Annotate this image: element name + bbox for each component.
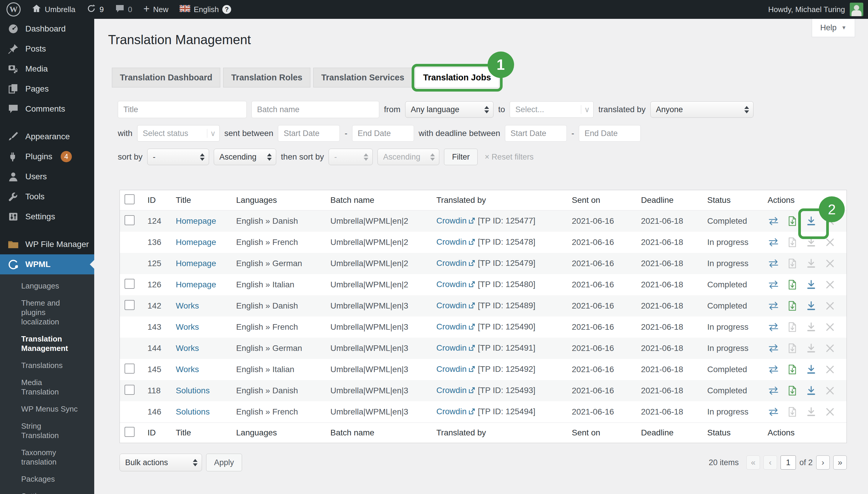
sidebar-item-appearance[interactable]: Appearance bbox=[0, 127, 94, 147]
export-xliff-icon[interactable] bbox=[787, 343, 798, 354]
sidebar-item-wp-file-manager[interactable]: WP File Manager bbox=[0, 234, 94, 254]
submenu-item-theme-and-plugins-localization[interactable]: Theme and plugins localization bbox=[0, 294, 88, 330]
sidebar-item-dashboard[interactable]: Dashboard bbox=[0, 19, 94, 39]
first-page-button[interactable]: « bbox=[747, 455, 760, 470]
current-page-input[interactable] bbox=[780, 455, 796, 470]
batch-name-filter-input[interactable] bbox=[251, 101, 379, 118]
job-title-link[interactable]: Works bbox=[176, 301, 199, 310]
cancel-job-icon[interactable] bbox=[825, 258, 835, 269]
cancel-job-icon[interactable] bbox=[825, 322, 835, 332]
job-title-link[interactable]: Works bbox=[176, 344, 199, 353]
row-checkbox[interactable] bbox=[125, 364, 135, 374]
sidebar-item-pages[interactable]: Pages bbox=[0, 79, 94, 99]
cancel-job-icon[interactable] bbox=[825, 343, 835, 354]
language-switcher[interactable]: English ? bbox=[180, 5, 231, 14]
order-primary-select[interactable]: Ascending bbox=[214, 149, 276, 165]
sent-end-date-input[interactable] bbox=[352, 125, 414, 141]
sent-start-date-input[interactable] bbox=[278, 125, 340, 141]
apply-button[interactable]: Apply bbox=[206, 454, 242, 471]
sync-translation-icon[interactable] bbox=[768, 406, 779, 417]
job-title-link[interactable]: Solutions bbox=[176, 386, 210, 395]
updates-menu[interactable]: 9 bbox=[87, 4, 103, 15]
translator-link[interactable]: Crowdin bbox=[436, 343, 467, 353]
row-checkbox[interactable] bbox=[125, 279, 135, 289]
from-language-select[interactable]: Any language bbox=[405, 101, 493, 118]
site-name-menu[interactable]: Umbrella bbox=[32, 4, 75, 15]
sidebar-item-settings[interactable]: Settings bbox=[0, 207, 94, 227]
sort-secondary-select[interactable]: - bbox=[328, 149, 373, 165]
download-translation-icon[interactable] bbox=[806, 364, 816, 375]
download-translation-icon[interactable] bbox=[806, 385, 816, 396]
title-filter-input[interactable] bbox=[118, 101, 247, 118]
sync-translation-icon[interactable] bbox=[768, 343, 779, 354]
download-translation-icon[interactable] bbox=[806, 406, 816, 417]
new-content-menu[interactable]: + New bbox=[144, 5, 168, 14]
cancel-job-icon[interactable] bbox=[825, 364, 835, 375]
howdy-label[interactable]: Howdy, Michael Turing bbox=[768, 5, 845, 14]
job-title-link[interactable]: Works bbox=[176, 322, 199, 331]
next-page-button[interactable]: › bbox=[816, 455, 830, 470]
cancel-job-icon[interactable] bbox=[825, 385, 835, 396]
sync-translation-icon[interactable] bbox=[768, 322, 779, 332]
select-all-checkbox[interactable] bbox=[125, 427, 135, 437]
sync-translation-icon[interactable] bbox=[768, 385, 779, 396]
job-title-link[interactable]: Homepage bbox=[176, 259, 216, 268]
export-xliff-icon[interactable] bbox=[787, 406, 798, 417]
row-checkbox[interactable] bbox=[125, 300, 135, 310]
submenu-item-media-translation[interactable]: Media Translation bbox=[0, 374, 88, 400]
sidebar-item-posts[interactable]: Posts bbox=[0, 39, 94, 59]
wordpress-logo-menu[interactable]: W bbox=[6, 2, 21, 17]
submenu-item-packages[interactable]: Packages bbox=[0, 471, 88, 488]
export-xliff-icon[interactable] bbox=[787, 385, 798, 396]
sidebar-item-plugins[interactable]: Plugins4 bbox=[0, 147, 94, 167]
filter-button[interactable]: Filter bbox=[444, 149, 477, 165]
translator-link[interactable]: Crowdin bbox=[436, 216, 467, 225]
sync-translation-icon[interactable] bbox=[768, 301, 779, 311]
cancel-job-icon[interactable] bbox=[825, 279, 835, 290]
translator-link[interactable]: Crowdin bbox=[436, 386, 467, 395]
translated-by-select[interactable]: Anyone bbox=[650, 101, 753, 118]
user-avatar[interactable] bbox=[850, 3, 863, 16]
sidebar-item-wpml[interactable]: WPML bbox=[0, 254, 94, 274]
download-translation-icon[interactable] bbox=[806, 237, 816, 248]
tab-translation-roles[interactable]: Translation Roles bbox=[223, 68, 310, 88]
submenu-item-settings[interactable]: Settings bbox=[0, 488, 88, 494]
export-xliff-icon[interactable] bbox=[787, 216, 798, 226]
cancel-job-icon[interactable] bbox=[825, 406, 835, 417]
order-secondary-select[interactable]: Ascending bbox=[377, 149, 439, 165]
export-xliff-icon[interactable] bbox=[787, 301, 798, 311]
translator-link[interactable]: Crowdin bbox=[436, 280, 467, 289]
job-title-link[interactable]: Homepage bbox=[176, 280, 216, 289]
translator-link[interactable]: Crowdin bbox=[436, 364, 467, 374]
submenu-item-taxonomy-translation[interactable]: Taxonomy translation bbox=[0, 444, 88, 471]
sidebar-item-tools[interactable]: Tools bbox=[0, 187, 94, 207]
job-title-link[interactable]: Works bbox=[176, 365, 199, 374]
sidebar-item-users[interactable]: Users bbox=[0, 167, 94, 187]
tab-translation-jobs[interactable]: Translation Jobs1 bbox=[415, 68, 499, 88]
tab-translation-services[interactable]: Translation Services bbox=[313, 68, 412, 88]
job-title-link[interactable]: Solutions bbox=[176, 407, 210, 416]
previous-page-button[interactable]: ‹ bbox=[763, 455, 777, 470]
download-translation-icon[interactable] bbox=[806, 322, 816, 332]
export-xliff-icon[interactable] bbox=[787, 322, 798, 332]
download-translation-icon[interactable] bbox=[806, 279, 816, 290]
help-button[interactable]: Help ▼ bbox=[812, 19, 855, 37]
submenu-item-wp-menus-sync[interactable]: WP Menus Sync bbox=[0, 400, 88, 417]
cancel-job-icon[interactable] bbox=[825, 301, 835, 311]
translator-link[interactable]: Crowdin bbox=[436, 407, 467, 416]
sync-translation-icon[interactable] bbox=[768, 258, 779, 269]
comments-menu[interactable]: 0 bbox=[115, 4, 132, 15]
sidebar-item-media[interactable]: Media bbox=[0, 59, 94, 79]
sync-translation-icon[interactable] bbox=[768, 364, 779, 375]
translator-link[interactable]: Crowdin bbox=[436, 259, 467, 268]
job-title-link[interactable]: Homepage bbox=[176, 238, 216, 247]
translator-link[interactable]: Crowdin bbox=[436, 237, 467, 246]
export-xliff-icon[interactable] bbox=[787, 364, 798, 375]
last-page-button[interactable]: » bbox=[833, 455, 847, 470]
export-xliff-icon[interactable] bbox=[787, 237, 798, 248]
select-all-checkbox[interactable] bbox=[125, 194, 135, 204]
reset-filters-link[interactable]: × Reset filters bbox=[485, 152, 533, 162]
export-xliff-icon[interactable] bbox=[787, 258, 798, 269]
translator-link[interactable]: Crowdin bbox=[436, 301, 467, 310]
tab-translation-dashboard[interactable]: Translation Dashboard bbox=[112, 68, 220, 88]
